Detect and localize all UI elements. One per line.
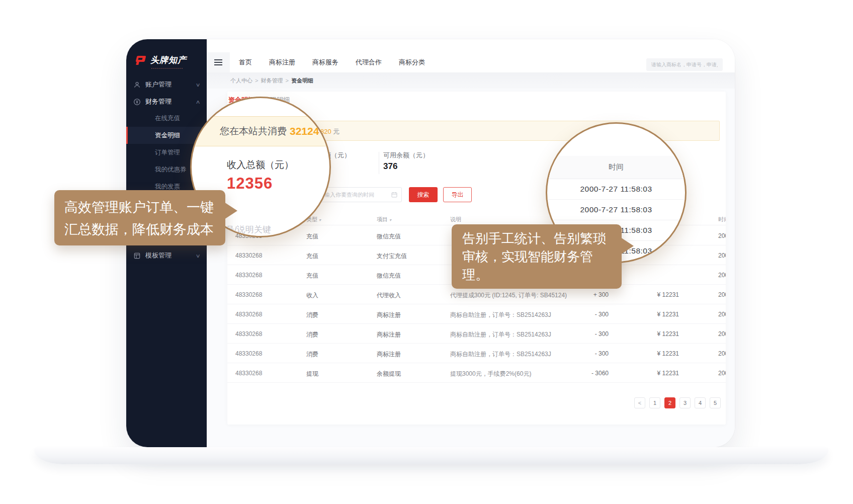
cell-time: 2000-7-27 11:58:03 — [718, 330, 726, 338]
cell-order-no: 48330268 — [235, 370, 262, 377]
cell-time: 2000-7-27 11:58:03 — [718, 232, 726, 239]
sidebar-item-label: 财务管理 — [145, 97, 196, 106]
table-header-col7: 时间 — [718, 216, 726, 223]
nav-item-5[interactable]: 商标分类 — [399, 58, 425, 67]
pagination-page-5[interactable]: 5 — [710, 397, 721, 408]
cell-type: 充值 — [306, 252, 318, 261]
magnified-time-header: 时间 — [547, 156, 685, 179]
logo-subtext — [151, 68, 183, 69]
magnified-time-row: 2000-7-27 11:58:03 — [547, 200, 685, 220]
search-input[interactable] — [646, 58, 723, 71]
nav-item-3[interactable]: 商标服务 — [312, 58, 338, 67]
cell-order-no: 48330268 — [235, 272, 262, 279]
available-balance-label: 可用余额（元） — [383, 151, 429, 160]
cell-amount: - 300 — [549, 311, 609, 318]
cell-balance: ¥ 12231 — [609, 291, 679, 298]
sidebar-item-label: 账户管理 — [145, 80, 196, 89]
cell-order-no: 48330268 — [235, 350, 262, 357]
pagination-page-1[interactable]: 1 — [649, 397, 660, 408]
breadcrumb-item[interactable]: 个人中心 — [230, 77, 252, 85]
cell-type: 充值 — [306, 232, 318, 241]
table-header-col4: 说明 — [450, 216, 461, 223]
cell-balance: ¥ 12231 — [609, 350, 679, 357]
pagination-page-4[interactable]: 4 — [695, 397, 706, 408]
sidebar-item-template[interactable]: 模板管理 ∨ — [126, 247, 207, 264]
breadcrumb-separator: > — [255, 77, 258, 83]
cell-project: 支付宝充值 — [377, 252, 407, 261]
cell-amount: - 300 — [549, 350, 609, 357]
sidebar-item-label: 模板管理 — [145, 251, 196, 260]
breadcrumb-item-current: 资金明细 — [291, 77, 313, 85]
cell-description: 提现3000元，手续费2%(60元) — [450, 370, 531, 378]
cell-amount: - 3060 — [549, 370, 609, 377]
cell-balance: ¥ 12231 — [609, 311, 679, 318]
search-button[interactable]: 搜索 — [409, 187, 438, 202]
cell-order-no: 48330268 — [235, 330, 262, 338]
chevron-down-icon: ∨ — [195, 82, 200, 88]
laptop-base — [34, 447, 828, 464]
magnified-income-label: 收入总额（元） — [227, 158, 294, 172]
chevron-up-icon: ∧ — [195, 99, 200, 105]
cell-project: 商标注册 — [377, 311, 401, 319]
cell-order-no: 48330268 — [235, 252, 262, 259]
callout-right-tail — [621, 237, 634, 255]
cell-amount: - 300 — [549, 330, 609, 338]
pagination-page-2[interactable]: 2 — [664, 397, 675, 408]
cell-time: 2000-7-27 11:58:03 — [718, 252, 726, 259]
callout-right-text: 告别手工统计、告别繁琐审核，实现智能财务管理。 — [462, 229, 611, 284]
topbar: 首页商标注册商标服务代理合作商标分类 — [207, 39, 735, 72]
callout-left: 高效管理账户订单、一键汇总数据，降低财务成本 — [54, 190, 225, 245]
magnified-banner-amount: 32124 — [290, 125, 319, 137]
cell-order-no: 48330268 — [235, 291, 262, 298]
magnified-banner-prefix: 您在本站共消费 — [220, 125, 287, 138]
cell-time: 2000-7-27 11:58:03 — [718, 370, 726, 377]
date-query-input[interactable] — [319, 187, 402, 202]
cell-time: 2000-7-27 11:58:03 — [718, 272, 726, 279]
nav-item-2[interactable]: 商标注册 — [269, 58, 295, 67]
sidebar-item-account[interactable]: 账户管理 ∨ — [126, 76, 207, 93]
cell-balance: ¥ 12231 — [609, 370, 679, 377]
cell-type: 收入 — [306, 291, 318, 300]
callout-right: 告别手工统计、告别繁琐审核，实现智能财务管理。 — [452, 224, 622, 289]
template-icon — [133, 252, 141, 260]
callout-left-tail — [224, 202, 237, 219]
finance-icon — [133, 98, 141, 106]
sidebar-subitem-1[interactable]: 在线充值 — [126, 110, 207, 127]
nav-item-4[interactable]: 代理合作 — [356, 58, 382, 67]
cell-project: 商标注册 — [377, 330, 401, 339]
table-row: 48330268消费商标注册商标自助注册，订单号：SB2514263J- 300… — [227, 324, 726, 344]
cell-project: 微信充值 — [377, 232, 401, 241]
magnified-income-value: 12356 — [227, 175, 273, 193]
pagination-prev-button[interactable]: < — [634, 397, 645, 408]
cell-type: 消费 — [306, 330, 318, 339]
cell-time: 2000-7-27 11:58:03 — [718, 291, 726, 298]
cell-project: 微信充值 — [377, 272, 401, 280]
cell-description: 商标自助注册，订单号：SB2514263J — [450, 311, 551, 319]
nav-item-1[interactable]: 首页 — [239, 58, 252, 67]
logo[interactable]: 头牌知产 — [126, 39, 207, 66]
cell-balance: ¥ 12231 — [609, 330, 679, 338]
breadcrumb: 个人中心 > 财务管理 > 资金明细 — [207, 72, 735, 89]
sort-caret-icon[interactable]: ▾ — [319, 218, 321, 222]
pagination-page-3[interactable]: 3 — [679, 397, 691, 408]
cell-project: 商标注册 — [377, 350, 401, 359]
cell-type: 消费 — [306, 350, 318, 359]
breadcrumb-item[interactable]: 财务管理 — [261, 77, 283, 85]
cell-description: 商标自助注册，订单号：SB2514263J — [450, 330, 551, 339]
table-row: 48330268提现余额提现提现3000元，手续费2%(60元)- 3060¥ … — [227, 363, 726, 383]
available-balance-value: 376 — [383, 161, 397, 172]
logo-flag-icon — [135, 56, 146, 65]
user-icon — [133, 81, 141, 89]
pagination: <12345 — [634, 397, 721, 408]
top-navigation: 首页商标注册商标服务代理合作商标分类 — [239, 52, 425, 72]
sort-caret-icon[interactable]: ▾ — [389, 218, 391, 222]
sidebar-item-finance[interactable]: 财务管理 ∧ — [126, 94, 207, 110]
table-header-col3[interactable]: 项目▾ — [377, 216, 391, 223]
cell-order-no: 48330268 — [235, 311, 262, 318]
hamburger-menu-icon[interactable] — [207, 52, 230, 72]
cell-description: 商标自助注册，订单号：SB2514263J — [450, 350, 551, 359]
calendar-icon[interactable] — [391, 192, 397, 198]
logo-title: 头牌知产 — [150, 54, 187, 66]
export-button[interactable]: 导出 — [443, 187, 472, 202]
stats-divider — [379, 152, 379, 174]
